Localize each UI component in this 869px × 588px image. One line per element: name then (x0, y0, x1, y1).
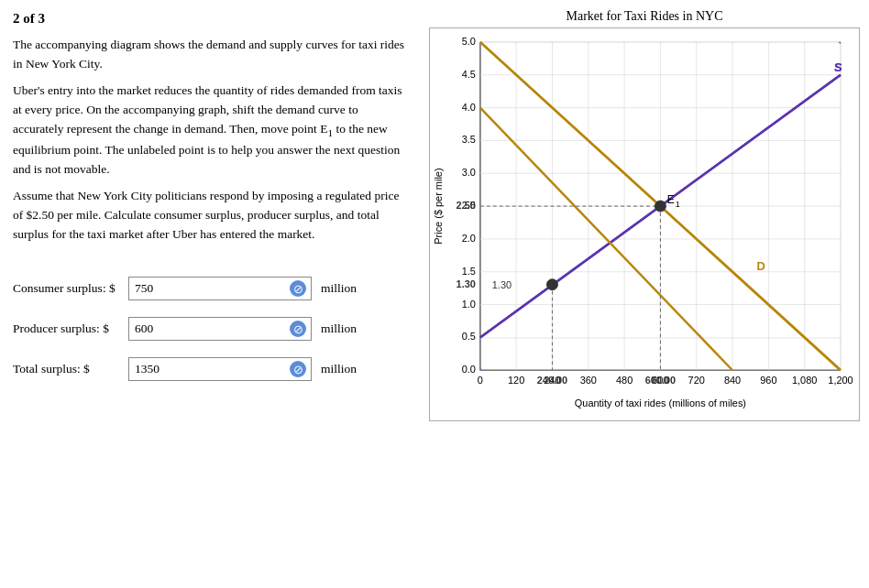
s-label: S (834, 60, 842, 74)
svg-text:1.0: 1.0 (462, 299, 476, 310)
svg-text:2.0: 2.0 (462, 233, 476, 244)
producer-surplus-unit: million (321, 321, 357, 336)
unlabeled-price-label: 1.30 (492, 279, 512, 290)
svg-text:Price ($ per mile): Price ($ per mile) (433, 168, 444, 244)
price-130-label: 1.30 (456, 278, 476, 289)
svg-text:0.5: 0.5 (462, 331, 476, 342)
paragraph-1: The accompanying diagram shows the deman… (13, 36, 405, 74)
svg-text:3.0: 3.0 (462, 167, 476, 178)
svg-text:0.0: 0.0 (462, 364, 476, 375)
svg-text:1,200: 1,200 (828, 375, 852, 386)
price-250-label: 2.50 (456, 200, 476, 211)
svg-text:4.0: 4.0 (462, 102, 476, 113)
producer-surplus-label: Producer surplus: $ (13, 321, 123, 336)
chart-title: Market for Taxi Rides in NYC (566, 9, 722, 24)
unlabeled-point (546, 279, 557, 290)
description: The accompanying diagram shows the deman… (13, 36, 405, 251)
left-panel: 2 of 3 The accompanying diagram shows th… (0, 0, 422, 588)
consumer-surplus-row: Consumer surplus: $ million (13, 277, 405, 300)
svg-text:5.0: 5.0 (462, 36, 476, 47)
inputs-section: Consumer surplus: $ million Producer sur… (13, 277, 405, 381)
paragraph-2: Uber's entry into the market reduces the… (13, 82, 405, 180)
total-surplus-input[interactable] (128, 357, 312, 381)
consumer-surplus-unit: million (321, 281, 357, 296)
qty-240-label: 240.00 (537, 375, 567, 386)
e1-point (654, 201, 666, 212)
producer-surplus-input[interactable] (128, 317, 312, 341)
svg-text:4.5: 4.5 (462, 69, 476, 80)
svg-text:480: 480 (616, 375, 632, 386)
svg-text:960: 960 (760, 375, 776, 386)
e1-subscript: 1 (676, 200, 680, 209)
producer-surplus-row: Producer surplus: $ million (13, 317, 405, 341)
total-surplus-wrapper (128, 357, 312, 381)
right-panel: Market for Taxi Rides in NYC (422, 0, 869, 588)
consumer-surplus-input[interactable] (128, 277, 312, 300)
svg-text:360: 360 (580, 375, 597, 386)
total-surplus-label: Total surplus: $ (13, 362, 123, 376)
svg-text:3.5: 3.5 (462, 134, 476, 145)
e1-label: E (667, 193, 675, 206)
consumer-surplus-label: Consumer surplus: $ (13, 281, 123, 296)
svg-text:840: 840 (724, 375, 741, 386)
paragraph-3: Assume that New York City politicians re… (13, 187, 405, 245)
consumer-surplus-wrapper (128, 277, 312, 300)
producer-surplus-wrapper (128, 317, 312, 341)
total-surplus-unit: million (321, 362, 357, 376)
svg-text:0: 0 (478, 375, 483, 386)
question-number: 2 of 3 (13, 11, 405, 27)
svg-text:1,080: 1,080 (792, 375, 817, 386)
svg-text:120: 120 (508, 375, 524, 386)
total-surplus-row: Total surplus: $ million (13, 357, 405, 381)
chart-area: 0.0 0.5 1.0 1.5 2.0 2.5 3.0 3.5 4.0 4.5 … (429, 27, 860, 421)
svg-text:1.5: 1.5 (462, 266, 476, 277)
chart-svg: 0.0 0.5 1.0 1.5 2.0 2.5 3.0 3.5 4.0 4.5 … (430, 28, 859, 420)
svg-text:Quantity of taxi rides (millio: Quantity of taxi rides (millions of mile… (575, 397, 746, 408)
svg-text:720: 720 (688, 375, 705, 386)
d-label: D (756, 259, 764, 273)
qty-600-label: 600.00 (645, 375, 676, 386)
